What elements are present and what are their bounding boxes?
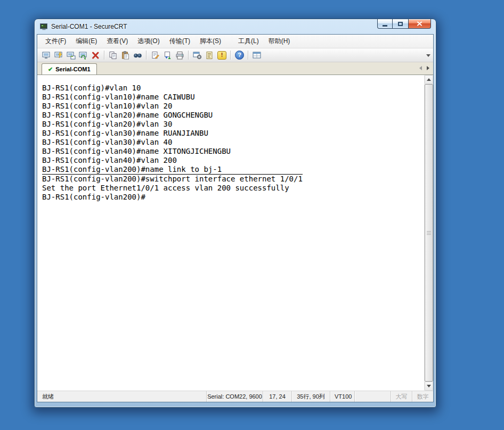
paste-button[interactable] (119, 49, 132, 61)
menu-item[interactable]: 帮助(H) (264, 35, 295, 48)
chevron-down-icon (426, 54, 430, 57)
print-icon (175, 51, 184, 60)
menu-item[interactable]: 编辑(E) (71, 35, 102, 48)
status-cursor-position: 17, 24 (263, 391, 291, 402)
terminal-line: BJ-RS1(config-vlan200)# (42, 193, 424, 202)
toolbar-separator (104, 51, 105, 60)
toolbar-separator (230, 51, 231, 60)
toolbar-separator (146, 51, 147, 60)
securecrt-window: Serial-COM1 - SecureCRT 文件(F)编辑(E)查看(V)选… (34, 19, 436, 408)
tab-scroll-right-icon[interactable] (427, 66, 429, 70)
connect-in-tab-icon (67, 51, 76, 60)
scroll-up-button[interactable] (425, 75, 433, 84)
menu-item[interactable]: 传输(T) (165, 35, 195, 48)
close-icon (417, 21, 422, 26)
break-key-button[interactable]: ! (216, 49, 228, 61)
status-screen-size: 35行, 90列 (291, 391, 330, 402)
toolbar-overflow-button[interactable] (425, 53, 432, 58)
file-transfer-button[interactable] (161, 49, 174, 61)
quick-connect-button[interactable] (53, 49, 65, 61)
terminal-line: BJ-RS1(config)#vlan 10 (42, 84, 424, 93)
reconnect-icon (79, 51, 88, 60)
menu-item[interactable]: 脚本(S) (195, 35, 226, 48)
tab-label: Serial-COM1 (55, 66, 90, 72)
terminal-line: BJ-RS1(config-vlan20)#name GONGCHENGBU (42, 111, 424, 120)
toolbar-separator (248, 51, 249, 60)
session-options-icon (193, 51, 202, 60)
statusbar: 就绪 Serial: COM22, 9600 17, 24 35行, 90列 V… (37, 391, 433, 402)
toolbar: ! ? (37, 48, 433, 62)
scrollbar-thumb[interactable] (425, 84, 433, 382)
close-button[interactable] (408, 19, 431, 29)
terminal-line: BJ-RS1(config-vlan10)#vlan 20 (42, 102, 424, 111)
copy-button[interactable] (107, 49, 119, 61)
terminal-line: BJ-RS1(config-vlan200)#switchport interf… (42, 174, 303, 184)
terminal-area: BJ-RS1(config)#vlan 10BJ-RS1(config-vlan… (37, 75, 433, 391)
copy-icon (109, 51, 118, 60)
reconnect-button[interactable] (77, 49, 90, 61)
terminal-line: Set the port Ethernet1/0/1 access vlan 2… (42, 184, 424, 193)
help-button[interactable]: ? (233, 49, 246, 61)
terminal-screen[interactable]: BJ-RS1(config)#vlan 10BJ-RS1(config-vlan… (37, 75, 424, 391)
print-button[interactable] (174, 49, 186, 61)
file-transfer-icon (163, 51, 172, 60)
session-manager-button[interactable] (40, 49, 53, 61)
tab-scroll-left-icon[interactable] (419, 66, 422, 70)
toolbar-separator (188, 51, 189, 60)
break-key-icon: ! (217, 51, 226, 60)
status-ready: 就绪 (37, 391, 206, 402)
status-spacer (354, 391, 391, 402)
disconnect-button[interactable] (90, 49, 102, 61)
scroll-down-button[interactable] (425, 382, 433, 391)
tabbar: ✔ Serial-COM1 (37, 62, 433, 75)
terminal-line: BJ-RS1(config-vlan10)#name CAIWUBU (42, 93, 424, 102)
session-tabs-icon (253, 51, 262, 60)
terminal-line: BJ-RS1(config-vlan30)#vlan 40 (42, 138, 424, 147)
maximize-button[interactable] (393, 19, 408, 29)
status-num-lock: 数字 (412, 391, 433, 402)
titlebar: Serial-COM1 - SecureCRT (35, 19, 436, 34)
log-session-button[interactable] (149, 49, 161, 61)
find-button[interactable] (132, 49, 144, 61)
arrow-down-icon (427, 385, 431, 387)
connected-check-icon: ✔ (48, 66, 53, 73)
log-session-icon (151, 51, 160, 60)
menu-item[interactable]: 工具(L) (233, 35, 264, 48)
session-options-button[interactable] (191, 49, 204, 61)
terminal-line: BJ-RS1(config-vlan40)#name XITONGJICHENG… (42, 147, 424, 156)
terminal-line: BJ-RS1(config-vlan30)#name RUANJIANBU (42, 129, 424, 138)
tab-serial-com1[interactable]: ✔ Serial-COM1 (42, 63, 97, 75)
disconnect-icon (91, 51, 100, 60)
quick-connect-icon (54, 51, 63, 60)
status-serial-info: Serial: COM22, 9600 (206, 391, 263, 402)
minimize-icon (383, 25, 387, 27)
terminal-line: BJ-RS1(config-vlan20)#vlan 30 (42, 120, 424, 129)
desktop: { "window": { "title": "Serial-COM1 - Se… (0, 0, 504, 430)
find-icon (133, 51, 142, 60)
run-script-icon (205, 51, 214, 60)
app-icon (40, 23, 48, 30)
arrow-up-icon (427, 78, 431, 81)
window-title: Serial-COM1 - SecureCRT (51, 23, 127, 30)
client-area: 文件(F)编辑(E)查看(V)选项(O)传输(T)脚本(S)工具(L)帮助(H) (37, 34, 434, 402)
status-emulation: VT100 (330, 391, 354, 402)
scrollbar-grip-icon (427, 230, 431, 236)
session-tabs-button[interactable] (251, 49, 263, 61)
menubar: 文件(F)编辑(E)查看(V)选项(O)传输(T)脚本(S)工具(L)帮助(H) (37, 35, 433, 48)
maximize-icon (398, 22, 403, 26)
connect-in-tab-button[interactable] (65, 49, 77, 61)
menu-item[interactable]: 查看(V) (102, 35, 133, 48)
tab-scroll-arrows (419, 66, 429, 70)
run-script-button[interactable] (204, 49, 216, 61)
menu-item[interactable]: 文件(F) (40, 35, 71, 48)
menu-item[interactable]: 选项(O) (133, 35, 164, 48)
session-manager-icon (42, 51, 51, 60)
paste-icon (121, 51, 130, 60)
status-caps-lock: 大写 (391, 391, 412, 402)
terminal-line: BJ-RS1(config-vlan200)#name link to bj-1 (42, 165, 424, 174)
help-icon: ? (235, 51, 244, 60)
terminal-line: BJ-RS1(config-vlan40)#vlan 200 (42, 156, 424, 165)
vertical-scrollbar[interactable] (424, 75, 433, 391)
caption-buttons (377, 19, 431, 29)
minimize-button[interactable] (377, 19, 393, 29)
